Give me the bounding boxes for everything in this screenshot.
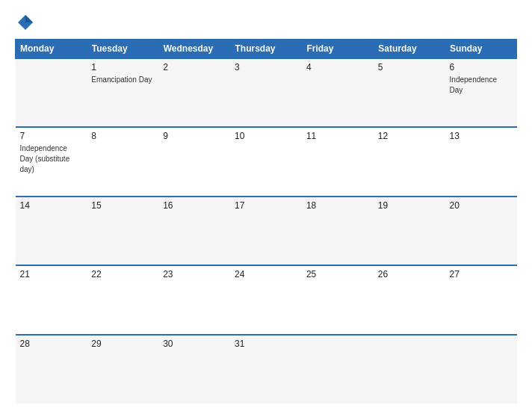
calendar-body: 1Emancipation Day23456Independence Day7I… (16, 58, 517, 404)
day-number: 26 (378, 269, 441, 279)
calendar-cell: 10 (230, 127, 302, 196)
calendar-cell: 28 (16, 335, 87, 404)
calendar-cell: 23 (158, 265, 230, 334)
calendar-cell: 30 (158, 335, 230, 404)
calendar-cell: 7Independence Day (substitute day) (16, 127, 87, 196)
calendar-cell: 17 (230, 197, 302, 265)
calendar-cell (445, 335, 517, 404)
weekday-header-row: MondayTuesdayWednesdayThursdayFridaySatu… (16, 40, 517, 59)
calendar-cell: 31 (230, 335, 302, 404)
calendar-week-row: 28293031 (16, 335, 517, 404)
day-number: 18 (306, 200, 369, 211)
weekday-header-thursday: Thursday (230, 40, 302, 59)
calendar-cell: 3 (230, 58, 302, 127)
day-number: 16 (163, 200, 226, 211)
header (15, 12, 517, 33)
weekday-header-friday: Friday (302, 40, 374, 59)
weekday-header-saturday: Saturday (374, 40, 445, 59)
day-number: 7 (20, 131, 83, 141)
calendar-cell: 21 (16, 265, 87, 334)
holiday-label: Independence Day (450, 75, 497, 94)
calendar-cell (374, 335, 445, 404)
weekday-header-tuesday: Tuesday (87, 40, 158, 59)
calendar-cell: 22 (87, 265, 158, 334)
calendar-cell: 13 (445, 127, 517, 196)
logo (15, 12, 39, 33)
day-number: 28 (20, 339, 83, 349)
calendar-cell: 6Independence Day (445, 58, 517, 127)
day-number: 1 (91, 62, 154, 72)
day-number: 9 (163, 131, 226, 141)
day-number: 31 (235, 339, 297, 349)
logo-icon (15, 12, 36, 33)
calendar-cell: 26 (374, 265, 445, 334)
day-number: 30 (163, 339, 226, 349)
calendar-cell: 29 (87, 335, 158, 404)
day-number: 10 (235, 131, 297, 141)
calendar-cell: 16 (158, 197, 230, 265)
holiday-label: Emancipation Day (91, 75, 152, 84)
calendar-cell: 11 (302, 127, 374, 196)
calendar-cell (302, 335, 374, 404)
day-number: 2 (163, 62, 226, 72)
day-number: 11 (306, 131, 369, 141)
day-number: 13 (450, 131, 513, 141)
calendar-cell: 4 (302, 58, 374, 127)
weekday-header-monday: Monday (16, 40, 87, 59)
day-number: 21 (20, 269, 83, 279)
calendar-cell: 18 (302, 197, 374, 265)
svg-marker-1 (25, 15, 33, 22)
calendar-cell: 27 (445, 265, 517, 334)
calendar-table: MondayTuesdayWednesdayThursdayFridaySatu… (15, 39, 517, 404)
day-number: 15 (91, 200, 154, 211)
calendar-cell: 20 (445, 197, 517, 265)
day-number: 27 (450, 269, 513, 279)
day-number: 22 (91, 269, 154, 279)
day-number: 6 (450, 62, 513, 72)
day-number: 4 (306, 62, 369, 72)
day-number: 14 (20, 200, 83, 211)
calendar-week-row: 14151617181920 (16, 197, 517, 265)
calendar-cell: 1Emancipation Day (87, 58, 158, 127)
calendar-cell: 8 (87, 127, 158, 196)
day-number: 20 (450, 200, 513, 211)
day-number: 3 (235, 62, 297, 72)
calendar-cell: 24 (230, 265, 302, 334)
day-number: 19 (378, 200, 441, 211)
calendar-week-row: 1Emancipation Day23456Independence Day (16, 58, 517, 127)
weekday-header-sunday: Sunday (445, 40, 517, 59)
calendar-cell: 9 (158, 127, 230, 196)
calendar-header: MondayTuesdayWednesdayThursdayFridaySatu… (16, 40, 517, 59)
calendar-week-row: 21222324252627 (16, 265, 517, 334)
calendar-cell: 2 (158, 58, 230, 127)
day-number: 8 (91, 131, 154, 141)
holiday-label: Independence Day (substitute day) (20, 144, 70, 173)
calendar-cell: 14 (16, 197, 87, 265)
calendar-cell: 15 (87, 197, 158, 265)
day-number: 23 (163, 269, 226, 279)
calendar-week-row: 7Independence Day (substitute day)891011… (16, 127, 517, 196)
page: MondayTuesdayWednesdayThursdayFridaySatu… (0, 0, 532, 411)
day-number: 5 (378, 62, 441, 72)
day-number: 29 (91, 339, 154, 349)
day-number: 25 (306, 269, 369, 279)
day-number: 24 (235, 269, 297, 279)
calendar-cell (16, 58, 87, 127)
day-number: 12 (378, 131, 441, 141)
weekday-header-wednesday: Wednesday (158, 40, 230, 59)
day-number: 17 (235, 200, 297, 211)
calendar-cell: 25 (302, 265, 374, 334)
calendar-cell: 19 (374, 197, 445, 265)
calendar-cell: 12 (374, 127, 445, 196)
calendar-cell: 5 (374, 58, 445, 127)
